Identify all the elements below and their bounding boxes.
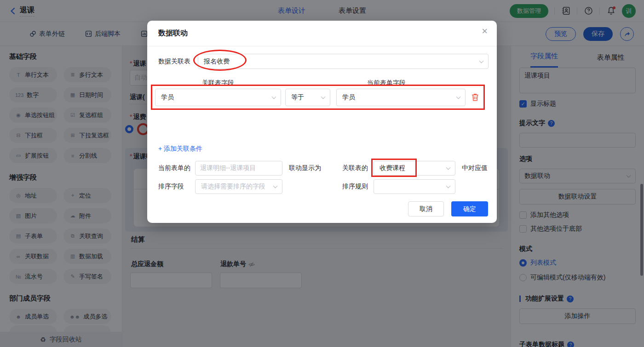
condition-related-field-value: 学员 [161,93,174,102]
column-header-related: 关联表字段 [155,79,281,87]
related-table-label: 关联表的 [342,164,368,172]
related-field-value: 收费课程 [380,164,405,172]
add-condition-link[interactable]: + 添加关联条件 [158,145,202,153]
close-icon[interactable]: × [482,26,488,36]
app-root: 退课 表单设计 表单设置 数据管理 [0,0,644,347]
chevron-down-icon [273,184,278,188]
relation-table-select[interactable]: 报名收费 [198,54,489,69]
sort-field-label: 排序字段 [158,182,184,191]
chevron-down-icon [456,95,461,99]
sort-rule-select[interactable] [374,179,455,194]
relation-table-value: 报名收费 [204,57,230,66]
current-form-label: 当前表单的 [158,164,190,172]
display-as-label: 联动显示为 [289,164,321,172]
chevron-down-icon [446,184,451,188]
sort-field-select[interactable]: 请选择需要排序的字段 [195,179,282,194]
chevron-down-icon [272,95,276,99]
confirm-button[interactable]: 确定 [451,201,488,216]
cancel-button[interactable]: 取消 [408,201,444,216]
relation-table-label: 数据关联表 [158,57,190,66]
corresponding-label: 中对应值 [462,164,488,172]
condition-related-field-select[interactable]: 学员 [155,89,281,106]
condition-current-field-select[interactable]: 学员 [336,89,466,106]
related-field-select[interactable]: 收费课程 [374,161,455,176]
condition-operator-select[interactable]: 等于 [285,89,330,106]
current-field-value: 退课明细--退课项目 [200,164,256,172]
delete-condition-button[interactable] [471,93,479,102]
modal-divider [147,46,497,46]
condition-operator-value: 等于 [291,93,304,102]
sort-rule-label: 排序规则 [342,182,368,191]
current-field-input[interactable]: 退课明细--退课项目 [195,161,282,176]
data-linkage-modal: 数据联动 × 数据关联表 报名收费 关联表字段 当前表单字段 学员 等于 学员 [147,21,497,223]
column-header-current: 当前表单字段 [331,79,442,87]
chevron-down-icon [479,58,484,63]
chevron-down-icon [321,95,326,99]
chevron-down-icon [446,165,451,170]
modal-title: 数据联动 [158,28,188,38]
sort-field-placeholder: 请选择需要排序的字段 [201,182,265,191]
condition-current-field-value: 学员 [342,93,355,102]
